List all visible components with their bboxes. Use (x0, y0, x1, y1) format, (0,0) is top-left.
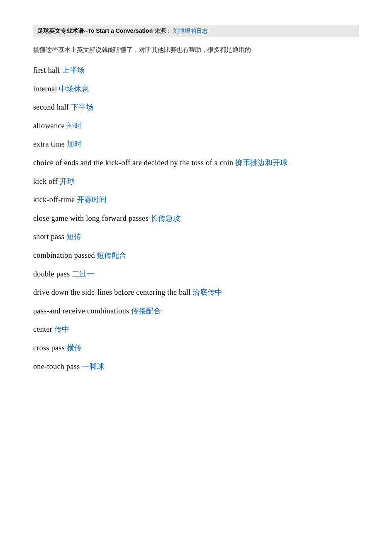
term-chinese: 开赛时间 (77, 196, 107, 204)
term-english: combination passed (33, 251, 95, 259)
term-english: internal (33, 85, 57, 93)
source-label: 来源： (154, 28, 172, 34)
term-english: short pass (33, 232, 64, 241)
term-item: one-touch pass 一脚球 (33, 360, 359, 373)
term-english: drive down the side-lines before centeri… (33, 288, 191, 296)
term-chinese: 沿底传中 (192, 288, 222, 296)
terms-list: first half 上半场internal 中场休息second half 下… (33, 64, 359, 373)
term-chinese: 横传 (67, 344, 82, 352)
article-title: 足球英文专业术语--To Start a Conversation (37, 27, 153, 34)
term-item: drive down the side-lines before centeri… (33, 286, 359, 299)
term-chinese: 掷币挑边和开球 (235, 159, 287, 167)
term-item: pass-and receive combinations 传接配合 (33, 305, 359, 318)
term-chinese: 下半场 (71, 103, 93, 111)
term-english: double pass (33, 270, 70, 278)
term-item: cross pass 横传 (33, 342, 359, 355)
term-item: kick-off-time 开赛时间 (33, 193, 359, 206)
term-chinese: 上半场 (62, 66, 85, 74)
term-chinese: 长传急攻 (151, 214, 180, 222)
term-chinese: 补时 (67, 122, 82, 130)
term-english: extra time (33, 140, 65, 148)
term-item: close game with long forward passes 长传急攻 (33, 212, 359, 225)
term-chinese: 中场休息 (59, 85, 89, 93)
term-chinese: 短传配合 (97, 251, 127, 259)
source-link[interactable]: 刘博垠的日志 (173, 28, 208, 34)
term-item: double pass 二过一 (33, 268, 359, 281)
term-english: second half (33, 103, 69, 111)
header-line: 足球英文专业术语--To Start a Conversation 来源： 刘博… (33, 25, 359, 37)
term-chinese: 二过一 (72, 270, 94, 278)
term-english: one-touch pass (33, 362, 80, 371)
term-english: kick off (33, 177, 58, 186)
intro-text: 搞懂这些基本上英文解说就能听懂了，对听其他比赛也有帮助，很多都是通用的 (33, 45, 359, 55)
term-english: kick-off-time (33, 196, 75, 204)
term-item: extra time 加时 (33, 138, 359, 151)
term-english: cross pass (33, 344, 65, 352)
term-item: allowance 补时 (33, 120, 359, 132)
term-item: center 传中 (33, 323, 359, 336)
term-english: center (33, 325, 52, 333)
term-chinese: 开球 (60, 177, 75, 186)
term-chinese: 传中 (54, 325, 69, 333)
term-item: kick off 开球 (33, 175, 359, 188)
term-chinese: 短传 (66, 232, 81, 241)
term-chinese: 加时 (67, 140, 82, 148)
term-english: first half (33, 66, 60, 74)
term-item: combination passed 短传配合 (33, 249, 359, 262)
term-item: second half 下半场 (33, 101, 359, 114)
term-item: short pass 短传 (33, 230, 359, 243)
term-english: close game with long forward passes (33, 214, 149, 222)
term-english: allowance (33, 122, 65, 130)
term-item: internal 中场休息 (33, 83, 359, 95)
term-english: pass-and receive combinations (33, 307, 129, 315)
term-chinese: 传接配合 (131, 307, 161, 315)
term-item: first half 上半场 (33, 64, 359, 77)
term-chinese: 一脚球 (82, 362, 104, 371)
term-item: choice of ends and the kick-off are deci… (33, 156, 359, 169)
term-english: choice of ends and the kick-off are deci… (33, 159, 233, 167)
